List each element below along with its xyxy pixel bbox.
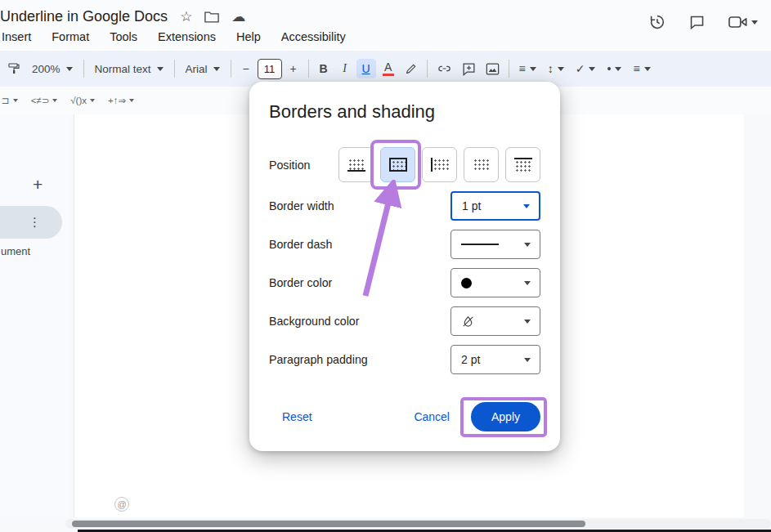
document-title[interactable]: Underline in Google Docs — [0, 8, 168, 25]
border-color-select[interactable] — [450, 268, 540, 297]
line-spacing-select[interactable]: ↕ — [543, 59, 569, 78]
highlight-color-icon[interactable] — [401, 59, 422, 78]
toolbar-divider — [509, 60, 509, 78]
menu-item-tools[interactable]: Tools — [108, 29, 139, 44]
chevron-down-icon — [213, 67, 220, 71]
bulleted-list-icon: • — [607, 62, 611, 75]
insert-link-icon[interactable] — [433, 59, 456, 78]
paragraph-padding-select[interactable]: 2 pt — [450, 345, 540, 374]
chevron-down-icon — [524, 358, 531, 362]
border-width-value: 1 pt — [462, 199, 481, 212]
toolbar-divider — [231, 60, 231, 78]
tab-label[interactable]: ument — [1, 245, 30, 257]
text-color-button[interactable]: A — [378, 60, 399, 78]
version-history-icon[interactable] — [648, 13, 666, 31]
zoom-value: 200% — [32, 63, 61, 75]
position-top-border-button[interactable] — [505, 147, 540, 182]
numbered-list-icon: ≡ — [633, 62, 639, 75]
dialog-title: Borders and shading — [269, 101, 540, 123]
annotation-apply-highlight — [460, 397, 547, 437]
underline-button[interactable]: U — [356, 59, 376, 78]
align-select[interactable]: ≡ — [514, 59, 541, 78]
position-between-button[interactable] — [464, 147, 499, 182]
menu-item-accessibility[interactable]: Accessibility — [280, 29, 347, 44]
checklist-icon: ✓ — [576, 62, 585, 75]
star-icon[interactable]: ☆ — [180, 8, 192, 25]
meet-video-icon[interactable] — [728, 16, 758, 29]
relations-icon: <≠⊃ — [31, 95, 50, 106]
chevron-down-icon — [13, 99, 18, 102]
font-size-input[interactable]: 11 — [258, 59, 282, 79]
border-dash-label: Border dash — [269, 238, 332, 251]
math-operations-icon: √()x — [70, 96, 87, 105]
left-border-icon — [431, 158, 449, 172]
chevron-down-icon — [751, 20, 758, 25]
chevron-down-icon — [523, 204, 530, 208]
equation-menu-arrows[interactable]: +↑⇒ — [108, 95, 134, 106]
add-comment-icon[interactable] — [458, 59, 480, 79]
arrows-icon: +↑⇒ — [108, 95, 126, 106]
comments-icon[interactable] — [688, 14, 706, 31]
horizontal-scrollbar-thumb[interactable] — [72, 521, 585, 527]
math-symbols-icon: ⊐ — [2, 95, 10, 106]
header-actions — [648, 13, 758, 31]
background-color-select[interactable] — [450, 306, 540, 336]
tab-overflow-icon[interactable]: ⋮ — [29, 215, 41, 230]
menu-item-insert[interactable]: Insert — [0, 29, 33, 44]
horizontal-scrollbar[interactable] — [65, 519, 771, 529]
equation-menu-1[interactable]: ⊐ — [2, 95, 18, 106]
active-document-tab[interactable]: ⋮ — [0, 206, 62, 239]
chevron-down-icon — [530, 67, 536, 71]
move-folder-icon[interactable] — [204, 11, 219, 23]
menu-item-format[interactable]: Format — [50, 29, 91, 44]
increase-font-size-button[interactable]: + — [284, 59, 303, 78]
menu-item-extensions[interactable]: Extensions — [156, 29, 217, 44]
bulleted-list-select[interactable]: • — [602, 59, 626, 78]
chevron-down-icon — [90, 99, 95, 102]
chevron-down-icon — [66, 67, 73, 71]
top-border-icon — [514, 158, 532, 172]
cancel-button[interactable]: Cancel — [404, 404, 459, 430]
menu-item-help[interactable]: Help — [235, 29, 262, 44]
position-left-border-button[interactable] — [422, 147, 457, 182]
numbered-list-select[interactable]: ≡ — [628, 59, 655, 78]
background-color-label: Background color — [269, 315, 359, 328]
insert-image-icon[interactable] — [482, 60, 504, 78]
equation-menu-operations[interactable]: √()x — [70, 96, 95, 105]
annotation-arrow — [350, 180, 415, 302]
toolbar-divider — [427, 60, 428, 78]
font-select[interactable]: Arial — [180, 60, 226, 78]
line-spacing-icon: ↕ — [548, 62, 554, 75]
position-options — [338, 147, 540, 182]
chevron-down-icon — [558, 67, 564, 71]
position-bottom-border-button[interactable] — [338, 147, 374, 182]
paragraph-style-select[interactable]: Normal text — [89, 60, 169, 78]
chevron-down-icon — [524, 281, 531, 285]
insert-suggestion-icon[interactable]: @ — [114, 497, 129, 512]
solid-line-sample — [461, 244, 499, 245]
border-width-select[interactable]: 1 pt — [450, 191, 540, 221]
reset-button[interactable]: Reset — [272, 404, 322, 430]
chevron-down-icon — [52, 99, 57, 102]
add-tab-button[interactable]: + — [33, 175, 43, 194]
background-color-row: Background color — [269, 306, 540, 336]
bold-button[interactable]: B — [314, 59, 334, 78]
google-docs-window: Underline in Google Docs ☆ ☁ Insert Form… — [0, 0, 771, 532]
border-dash-select[interactable] — [450, 230, 540, 259]
decrease-font-size-button[interactable]: − — [236, 59, 256, 78]
border-color-label: Border color — [269, 276, 332, 289]
paragraph-padding-row: Paragraph padding 2 pt — [269, 345, 540, 374]
zoom-select[interactable]: 200% — [26, 60, 78, 78]
between-borders-icon — [473, 158, 491, 172]
paint-format-icon[interactable] — [3, 58, 25, 79]
menu-bar: Insert Format Tools Extensions Help Acce… — [0, 29, 347, 44]
toolbar-divider — [174, 60, 175, 78]
border-width-label: Border width — [269, 199, 334, 212]
toolbar-divider — [83, 60, 84, 78]
chevron-down-icon — [589, 67, 595, 71]
equation-menu-relations[interactable]: <≠⊃ — [31, 95, 58, 106]
paragraph-style-value: Normal text — [95, 63, 151, 75]
no-color-icon — [461, 315, 475, 329]
checklist-select[interactable]: ✓ — [571, 59, 601, 78]
italic-button[interactable]: I — [335, 59, 355, 78]
